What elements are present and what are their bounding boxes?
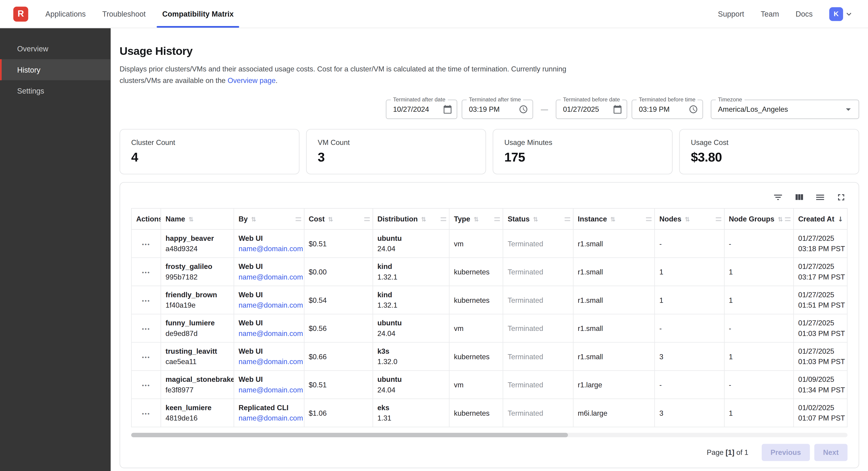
nav-tab-applications[interactable]: Applications [37, 0, 94, 28]
calendar-icon[interactable] [443, 105, 452, 114]
node-groups-count: 1 [729, 296, 733, 304]
timezone-select[interactable]: Timezone America/Los_Angeles [711, 100, 859, 119]
sort-icon[interactable]: ⇅ [610, 216, 615, 223]
main-content: Usage History Displays prior clusters/VM… [111, 28, 868, 471]
density-button[interactable] [814, 192, 826, 203]
row-actions-button[interactable]: ••• [142, 382, 150, 388]
stat-cards: Cluster Count 4 VM Count 3 Usage Minutes… [120, 129, 859, 174]
overview-page-link[interactable]: Overview page [227, 77, 276, 85]
columns-button[interactable] [793, 192, 804, 203]
sort-icon[interactable]: ⇅ [188, 216, 193, 223]
cluster-name: friendly_brown [166, 291, 229, 299]
instance-type: r1.small [578, 296, 603, 304]
field-value: America/Los_Angeles [718, 105, 840, 114]
field-label: Terminated before date [561, 96, 622, 102]
nav-link-team[interactable]: Team [761, 10, 779, 18]
sort-icon[interactable]: ⇅ [685, 216, 690, 223]
column-header-name[interactable]: Name⇅ [161, 209, 234, 230]
email-link[interactable]: name@domain.com [239, 273, 303, 281]
column-separator-icon[interactable] [441, 217, 446, 221]
chevron-down-icon[interactable] [844, 9, 854, 19]
row-actions-button[interactable]: ••• [142, 269, 150, 275]
fullscreen-button[interactable] [835, 192, 846, 203]
created-by: Web UI [239, 319, 299, 327]
column-header-distribution[interactable]: Distribution⇅ [373, 209, 449, 230]
column-separator-icon[interactable] [715, 217, 721, 221]
sort-icon[interactable]: ⇅ [421, 216, 426, 223]
column-separator-icon[interactable] [564, 217, 570, 221]
nav-tab-troubleshoot[interactable]: Troubleshoot [94, 0, 154, 28]
nav-link-support[interactable]: Support [718, 10, 744, 18]
terminated-after-date-field[interactable]: Terminated after date 10/27/2024 [386, 100, 457, 119]
cost-value: $0.56 [309, 324, 327, 332]
clock-icon[interactable] [519, 105, 528, 114]
column-separator-icon[interactable] [494, 217, 500, 221]
nav-tab-compatibility-matrix[interactable]: Compatibility Matrix [154, 0, 242, 28]
column-separator-icon[interactable] [785, 217, 790, 221]
sort-icon[interactable]: ⇅ [778, 216, 783, 223]
column-header-instance[interactable]: Instance⇅ [573, 209, 655, 230]
distribution-version: 1.32.1 [377, 301, 444, 310]
terminated-before-date-field[interactable]: Terminated before date 01/27/2025 [556, 100, 627, 119]
avatar[interactable]: K [829, 7, 843, 21]
created-date: 01/27/2025 [798, 262, 842, 271]
next-page-button[interactable]: Next [814, 444, 847, 461]
column-separator-icon[interactable] [364, 217, 370, 221]
email-link[interactable]: name@domain.com [239, 386, 303, 394]
replicated-logo[interactable]: R [13, 6, 28, 22]
email-link[interactable]: name@domain.com [239, 301, 303, 310]
column-header-cost[interactable]: Cost⇅ [304, 209, 372, 230]
terminated-after-time-field[interactable]: Terminated after time 03:19 PM [462, 100, 533, 119]
field-value: 01/27/2025 [563, 105, 610, 114]
sidebar-item-overview[interactable]: Overview [0, 38, 111, 59]
dropdown-caret-icon[interactable] [842, 104, 854, 115]
filter-button[interactable] [772, 192, 783, 203]
sort-icon[interactable]: ⇅ [474, 216, 479, 223]
column-label: Created At [798, 215, 834, 223]
column-header-node-groups[interactable]: Node Groups⇅ [724, 209, 793, 230]
sort-icon[interactable]: ⇅ [328, 216, 333, 223]
row-actions-button[interactable]: ••• [142, 297, 150, 303]
horizontal-scrollbar[interactable] [131, 433, 848, 437]
email-link[interactable]: name@domain.com [239, 414, 303, 422]
sort-icon[interactable]: ⇅ [251, 216, 256, 223]
column-separator-icon[interactable] [646, 217, 652, 221]
row-actions-button[interactable]: ••• [142, 410, 150, 416]
cluster-id: 995b7182 [166, 273, 229, 281]
sidebar-item-settings[interactable]: Settings [0, 80, 111, 101]
column-header-by[interactable]: By⇅ [234, 209, 304, 230]
column-separator-icon[interactable] [295, 217, 301, 221]
stat-value: $3.80 [691, 150, 847, 165]
column-header-type[interactable]: Type⇅ [449, 209, 503, 230]
node-groups-count: - [729, 239, 731, 248]
account-menu[interactable]: K [829, 7, 854, 21]
sidebar-item-history[interactable]: History [0, 59, 111, 80]
email-link[interactable]: name@domain.com [239, 358, 303, 366]
column-header-nodes[interactable]: Nodes⇅ [655, 209, 724, 230]
cost-value: $1.06 [309, 409, 327, 417]
column-header-status[interactable]: Status⇅ [503, 209, 573, 230]
column-header-created-at[interactable]: Created At↓ [794, 209, 847, 230]
density-icon [814, 192, 825, 202]
row-actions-button[interactable]: ••• [142, 241, 150, 247]
row-actions-button[interactable]: ••• [142, 326, 150, 332]
clock-icon[interactable] [688, 105, 698, 114]
nav-link-docs[interactable]: Docs [796, 10, 813, 18]
table-row: •••frosty_galileo995b7182Web UIname@doma… [131, 258, 847, 286]
scrollbar-thumb[interactable] [131, 433, 568, 437]
calendar-icon[interactable] [613, 105, 622, 114]
created-date: 01/27/2025 [798, 347, 842, 355]
previous-page-button[interactable]: Previous [762, 444, 810, 461]
sort-desc-icon[interactable]: ↓ [838, 215, 843, 223]
sort-icon[interactable]: ⇅ [533, 216, 538, 223]
table-row: •••trusting_leavittcae5ea11Web UIname@do… [131, 343, 847, 371]
node-groups-count: - [729, 381, 731, 389]
terminated-before-time-field[interactable]: Terminated before time 03:19 PM [632, 100, 703, 119]
created-time: 01:03 PM PST [798, 358, 842, 366]
instance-type: r1.small [578, 239, 603, 248]
email-link[interactable]: name@domain.com [239, 329, 303, 337]
email-link[interactable]: name@domain.com [239, 245, 303, 253]
top-nav: R Applications Troubleshoot Compatibilit… [0, 0, 868, 28]
column-label: Type [454, 215, 470, 223]
row-actions-button[interactable]: ••• [142, 354, 150, 360]
